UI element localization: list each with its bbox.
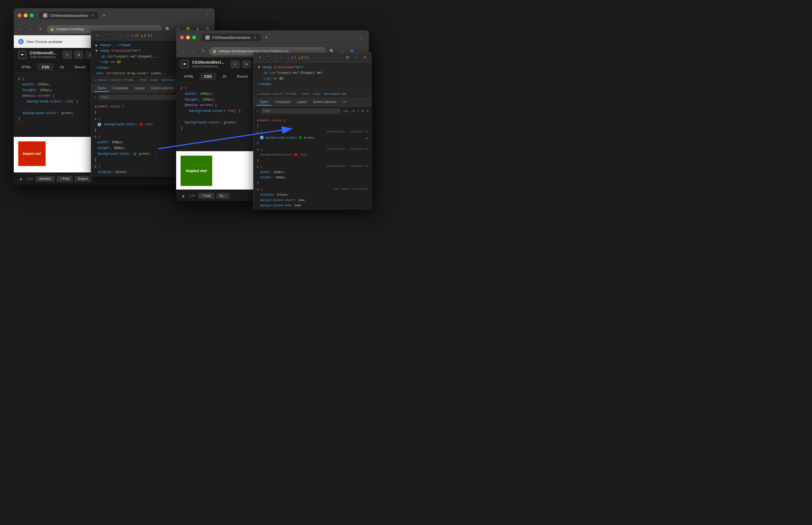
dom2-line-4: </body> bbox=[258, 81, 367, 87]
bc-html[interactable]: html bbox=[140, 78, 147, 82]
minimize-button-1[interactable] bbox=[24, 14, 28, 17]
prop-mis-2: margin-inline-start: 0px; bbox=[257, 208, 368, 209]
filter-icon-1: ▽ bbox=[94, 95, 96, 99]
tab-css-1[interactable]: CSS bbox=[37, 63, 54, 71]
inspect-element-icon-2[interactable]: ⌖ bbox=[256, 54, 263, 61]
zoom-label-2: 1.0× bbox=[189, 194, 196, 198]
layout-tab-2[interactable]: Layout bbox=[294, 99, 310, 105]
bc-sep-1: › bbox=[137, 78, 138, 82]
export-btn-2[interactable]: Ex... bbox=[216, 193, 230, 199]
styles-content-2: element.style { } p { yLmYEmZ?ano...ue&v… bbox=[253, 116, 371, 209]
filter-cls-2[interactable]: .cls bbox=[351, 109, 355, 112]
heart-button-1[interactable]: ♥ bbox=[62, 51, 72, 59]
traffic-lights-2 bbox=[180, 35, 196, 40]
collection-btn-1[interactable]: ollection bbox=[36, 176, 54, 182]
bc-body[interactable]: body bbox=[151, 78, 158, 82]
filter-input-2[interactable] bbox=[261, 108, 341, 114]
codepen-author-2: Sofia Emelianova bbox=[192, 64, 224, 68]
reload-button-2[interactable]: ↻ bbox=[199, 47, 207, 55]
separator-4 bbox=[288, 55, 288, 60]
settings-devtools-2[interactable]: ⚙ bbox=[344, 54, 351, 61]
tab-result-1[interactable]: Result bbox=[70, 63, 90, 71]
bc2-element[interactable]: p#inspect-me bbox=[325, 92, 346, 95]
address-text-1: codepen.io/sofiay... bbox=[56, 27, 87, 31]
filter-layout-2[interactable]: ⊡ bbox=[366, 109, 369, 112]
heart-button-2[interactable]: ♥ bbox=[230, 60, 240, 68]
fork-btn-1[interactable]: ⑂ Fork bbox=[57, 176, 73, 182]
checkbox-bg-green-2[interactable] bbox=[260, 136, 263, 139]
warn-badge-1: △ 2 bbox=[141, 34, 146, 38]
add-rule-2[interactable]: + bbox=[365, 135, 368, 143]
bc2-html[interactable]: html bbox=[302, 92, 309, 95]
tab-bar-2: ✏ CSSNestedDeclarations ✕ + bbox=[202, 34, 355, 41]
maximize-button-2[interactable] bbox=[192, 35, 196, 40]
dom-tree-2: ▼ <body translate="no"> <p id="inspect-m… bbox=[253, 62, 371, 90]
collapse-btn-1[interactable]: ▲ bbox=[17, 175, 25, 183]
device-mode-icon[interactable]: 📱 bbox=[103, 32, 110, 39]
prop-height-2: height: 100px; bbox=[257, 175, 368, 180]
tab-close-2[interactable]: ✕ bbox=[253, 35, 257, 40]
styles-tab-active-1[interactable]: Styles bbox=[94, 85, 109, 92]
collapse-btn-2[interactable]: ▲ bbox=[179, 192, 187, 200]
info-icon-1: ℹ bbox=[148, 34, 150, 38]
close-button-2[interactable] bbox=[180, 35, 184, 40]
layout-tab-1[interactable]: Layout bbox=[132, 85, 147, 92]
error-icon-2: ✕ bbox=[291, 56, 294, 60]
fork-btn-2[interactable]: ⑂ Fork bbox=[198, 193, 214, 199]
inspect-element-icon[interactable]: ⌖ bbox=[94, 32, 101, 39]
filter-add-2[interactable]: + bbox=[358, 109, 359, 112]
minimize-button-2[interactable] bbox=[186, 35, 190, 40]
maximize-button-1[interactable] bbox=[30, 14, 34, 17]
export-btn-1[interactable]: Export bbox=[75, 176, 91, 182]
dom2-line-3: </p> == $0 bbox=[258, 76, 367, 81]
tab-result-2[interactable]: Result bbox=[233, 73, 252, 80]
tab-js-1[interactable]: JS bbox=[55, 63, 68, 71]
checkbox-bg-red-1[interactable] bbox=[98, 123, 101, 126]
event-listeners-tab-1[interactable]: Event Listeners bbox=[149, 85, 177, 92]
reload-button-1[interactable]: ↻ bbox=[37, 25, 45, 33]
rule-p-red-2: p { yLmYEmZ?ano...ue&view=:33 background… bbox=[257, 147, 368, 163]
tab-close-1[interactable]: ✕ bbox=[90, 13, 95, 18]
more-devtools-2[interactable]: ⋮ bbox=[353, 54, 360, 61]
more-tabs-2[interactable]: >> bbox=[340, 99, 349, 105]
codepen-title-1: CSSNestedD... bbox=[30, 51, 57, 55]
forward-button-2[interactable]: → bbox=[189, 47, 197, 55]
window-menu-2[interactable]: ⋮ bbox=[357, 34, 365, 41]
close-button-1[interactable] bbox=[18, 14, 21, 17]
bc-iframe[interactable]: result.result-iframe. bbox=[97, 78, 136, 82]
styles-tab-active-2[interactable]: Styles bbox=[257, 99, 271, 105]
view-button-1[interactable]: ≡ bbox=[74, 51, 83, 59]
info-count-1: 2 bbox=[150, 34, 152, 38]
more-tabs-icon[interactable]: ⋯ bbox=[117, 32, 124, 39]
bc2-body[interactable]: body bbox=[313, 92, 321, 95]
info-count-2: 1 bbox=[307, 56, 309, 60]
window-menu-1[interactable]: ⋮ bbox=[203, 12, 211, 19]
more-tabs-icon-2[interactable]: ⋯ bbox=[278, 54, 285, 61]
bc2-iframe[interactable]: result.result-iframe. bbox=[260, 92, 298, 95]
info-badge-2: ℹ 1 bbox=[305, 56, 309, 60]
event-listeners-tab-2[interactable]: Event Listeners bbox=[311, 99, 339, 105]
tab-css-2[interactable]: CSS bbox=[200, 73, 216, 80]
error-count-1: 26 bbox=[135, 34, 138, 38]
computed-tab-2[interactable]: Computed bbox=[272, 99, 293, 105]
active-tab-1[interactable]: ✏ CSSNestedDeclarations ✕ bbox=[39, 12, 98, 19]
prop-bg-red-2: background-color: red; bbox=[257, 152, 368, 158]
tab-html-2[interactable]: HTML bbox=[179, 73, 198, 80]
dom2-line-2: <p id="inspect-me">Inspect me! bbox=[258, 70, 367, 76]
new-tab-button-2[interactable]: + bbox=[263, 34, 270, 41]
filter-extra-2[interactable]: ⊞ bbox=[361, 109, 364, 112]
tab-js-2[interactable]: JS bbox=[218, 73, 231, 80]
device-mode-icon-2[interactable]: 📱 bbox=[265, 54, 272, 61]
bc2-arrow: ↵ bbox=[257, 92, 259, 96]
filter-pseudo-2[interactable]: :hov bbox=[343, 109, 348, 112]
close-devtools-2[interactable]: ✕ bbox=[361, 54, 369, 61]
active-tab-2[interactable]: ✏ CSSNestedDeclarations ✕ bbox=[202, 34, 261, 41]
new-tab-button-1[interactable]: + bbox=[100, 12, 108, 19]
forward-button-1[interactable]: → bbox=[27, 25, 35, 33]
computed-tab-1[interactable]: Computed bbox=[110, 85, 131, 92]
rule-p-dims-2: p { yLmYEmZ?ano...ue&view=:29 width: 100… bbox=[257, 164, 368, 185]
tab-html-1[interactable]: HTML bbox=[17, 63, 36, 71]
back-button-2[interactable]: ← bbox=[179, 47, 187, 55]
view-button-2[interactable]: ≡ bbox=[242, 60, 251, 68]
back-button-1[interactable]: ← bbox=[17, 25, 25, 33]
